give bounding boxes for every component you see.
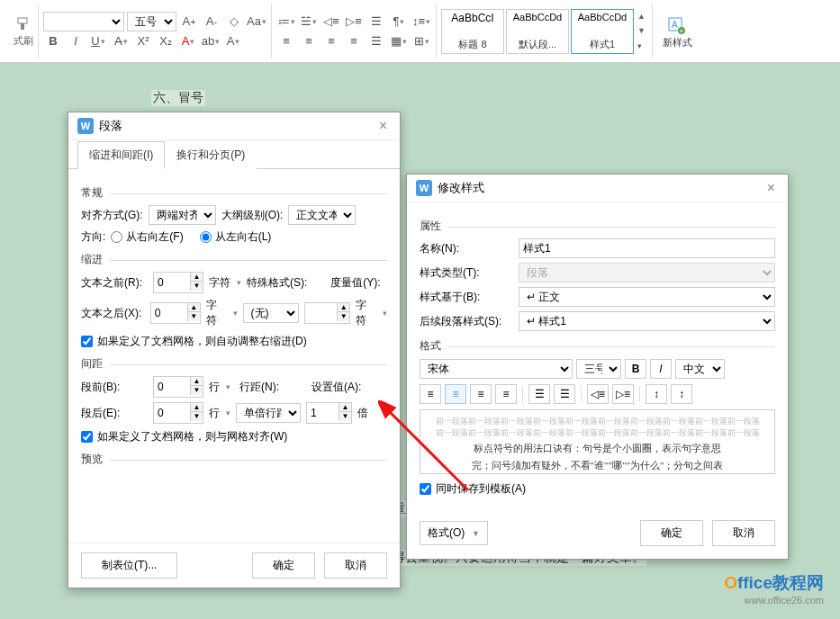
decrease-indent-icon[interactable]: ◁≡ [321, 12, 341, 31]
line-spacing-tight-button[interactable]: ☰ [528, 384, 550, 404]
cancel-button[interactable]: 取消 [324, 552, 387, 579]
wps-icon: W [416, 180, 432, 196]
svg-rect-0 [18, 18, 27, 23]
underline-icon[interactable]: U▾ [88, 31, 108, 51]
bold-icon[interactable]: B [43, 31, 63, 51]
font-name-select[interactable]: 宋体 [420, 359, 573, 379]
dialog-titlebar[interactable]: W 修改样式 × [407, 175, 788, 202]
change-case-icon[interactable]: Aa▾ [247, 12, 266, 31]
italic-icon[interactable]: I [66, 31, 86, 51]
superscript-icon[interactable]: X² [133, 31, 153, 51]
wps-icon: W [77, 118, 94, 134]
distribute-icon[interactable]: ☰ [366, 31, 386, 51]
para-spacing-dec-button[interactable]: ↕ [671, 384, 692, 404]
style-item-default[interactable]: AaBbCcDd 默认段... [506, 9, 569, 54]
font-size-select[interactable]: 三号 [576, 359, 621, 379]
follow-select[interactable]: ↵ 样式1 [519, 311, 775, 331]
indent-after-spinner[interactable]: ▲▼ [150, 302, 201, 324]
based-on-select[interactable]: ↵ 正文 [519, 287, 775, 307]
alignment-select[interactable]: 两端对齐 [149, 205, 216, 225]
direction-ltr-radio[interactable]: 从左向右(L) [200, 229, 272, 245]
align-justify-icon[interactable]: ≡ [344, 31, 364, 51]
section-format: 格式 [420, 338, 775, 354]
alignment-label: 对齐方式(G): [81, 208, 143, 223]
indent-before-spinner[interactable]: ▲▼ [153, 272, 203, 293]
line-spacing-icon[interactable]: ↕≡▾ [411, 12, 431, 31]
tab-line-page[interactable]: 换行和分页(P) [165, 141, 257, 169]
line-spacing-select[interactable]: 单倍行距 [236, 403, 301, 423]
style-name-input[interactable] [519, 238, 775, 258]
font-name-select[interactable] [43, 12, 124, 31]
shading-icon[interactable]: ▦▾ [389, 31, 409, 51]
line-spacing-label: 行距(N): [239, 380, 279, 395]
font-color-icon[interactable]: A▾ [178, 31, 198, 51]
style-item-style1[interactable]: AaBbCcDd 样式1 [571, 9, 634, 54]
spacing-grid-checkbox[interactable] [81, 431, 93, 443]
close-icon[interactable]: × [375, 118, 391, 134]
indent-left-button[interactable]: ◁≡ [587, 384, 609, 404]
section-properties: 属性 [420, 219, 775, 234]
format-dropdown-button[interactable]: 格式(O) ▼ [420, 521, 488, 545]
close-icon[interactable]: × [763, 180, 779, 196]
style-scroll[interactable]: ▲▼▾ [636, 9, 647, 54]
new-style-button[interactable]: A+ 新样式 [657, 13, 698, 49]
dialog-title: 段落 [99, 118, 122, 134]
follow-label: 后续段落样式(S): [420, 314, 519, 329]
bullets-icon[interactable]: ≔▾ [276, 12, 296, 31]
align-left-icon[interactable]: ≡ [276, 31, 296, 51]
sort-icon[interactable]: ☰ [366, 12, 386, 31]
section-indent: 缩进 [81, 252, 387, 267]
format-painter-label: 式刷 [14, 34, 33, 48]
lang-select[interactable]: 中文 [675, 359, 725, 379]
align-right-button[interactable]: ≡ [470, 384, 492, 404]
space-before-spinner[interactable]: ▲▼ [153, 376, 203, 398]
direction-rtl-radio[interactable]: 从右向左(F) [111, 229, 183, 245]
tabs-button[interactable]: 制表位(T)... [81, 552, 177, 579]
format-painter-icon[interactable] [14, 14, 33, 34]
border-icon[interactable]: ⊞▾ [411, 31, 431, 51]
char-border-icon[interactable]: A▾ [223, 31, 243, 51]
style-type-select: 段落 [519, 263, 775, 283]
clear-format-icon[interactable]: ◇ [224, 12, 244, 31]
cancel-button[interactable]: 取消 [712, 520, 775, 546]
indent-before-label: 文本之前(R): [81, 275, 148, 291]
tab-indent-spacing[interactable]: 缩进和间距(I) [77, 141, 165, 169]
indent-grid-label: 如果定义了文档网格，则自动调整右缩进(D) [97, 334, 307, 349]
outline-select[interactable]: 正文文本 [288, 205, 356, 225]
align-center-icon[interactable]: ≡ [299, 31, 319, 51]
strike-icon[interactable]: A̶▾ [111, 31, 131, 51]
space-after-label: 段后(E): [81, 406, 148, 421]
style-item-heading8[interactable]: AaBbCcI 标题 8 [441, 9, 504, 54]
section-spacing: 间距 [81, 356, 387, 372]
numbering-icon[interactable]: ☱▾ [299, 12, 319, 31]
special-format-select[interactable]: (无) [243, 303, 300, 323]
subscript-icon[interactable]: X₂ [156, 31, 176, 51]
show-marks-icon[interactable]: ¶▾ [389, 12, 409, 31]
para-spacing-inc-button[interactable]: ↕ [646, 384, 667, 404]
style-gallery[interactable]: AaBbCcI 标题 8 AaBbCcDd 默认段... AaBbCcDd 样式… [441, 9, 647, 54]
align-left-button[interactable]: ≡ [420, 384, 441, 404]
font-size-select[interactable]: 五号 [127, 12, 176, 31]
align-center-button[interactable]: ≡ [445, 384, 466, 404]
increase-indent-icon[interactable]: ▷≡ [344, 12, 364, 31]
decrease-font-icon[interactable]: A- [202, 12, 221, 31]
highlight-icon[interactable]: ab▾ [201, 31, 221, 51]
italic-button[interactable]: I [650, 359, 672, 379]
ok-button[interactable]: 确定 [252, 552, 315, 579]
bold-button[interactable]: B [625, 359, 646, 379]
measure-spinner[interactable]: ▲▼ [304, 302, 350, 324]
line-spacing-loose-button[interactable]: ☰ [554, 384, 575, 404]
save-template-checkbox[interactable] [420, 483, 431, 495]
unit-label: 倍 [357, 406, 368, 421]
name-label: 名称(N): [420, 241, 519, 256]
space-after-spinner[interactable]: ▲▼ [153, 402, 203, 424]
set-value-spinner[interactable]: ▲▼ [306, 402, 352, 424]
modify-style-dialog: W 修改样式 × 属性 名称(N): 样式类型(T): 段落 样式基于(B): … [406, 174, 789, 560]
align-right-icon[interactable]: ≡ [321, 31, 341, 51]
indent-grid-checkbox[interactable] [81, 336, 93, 347]
increase-font-icon[interactable]: A+ [179, 12, 199, 31]
indent-right-button[interactable]: ▷≡ [612, 384, 634, 404]
align-justify-button[interactable]: ≡ [495, 384, 517, 404]
dialog-titlebar[interactable]: W 段落 × [68, 112, 400, 140]
ok-button[interactable]: 确定 [640, 520, 703, 546]
